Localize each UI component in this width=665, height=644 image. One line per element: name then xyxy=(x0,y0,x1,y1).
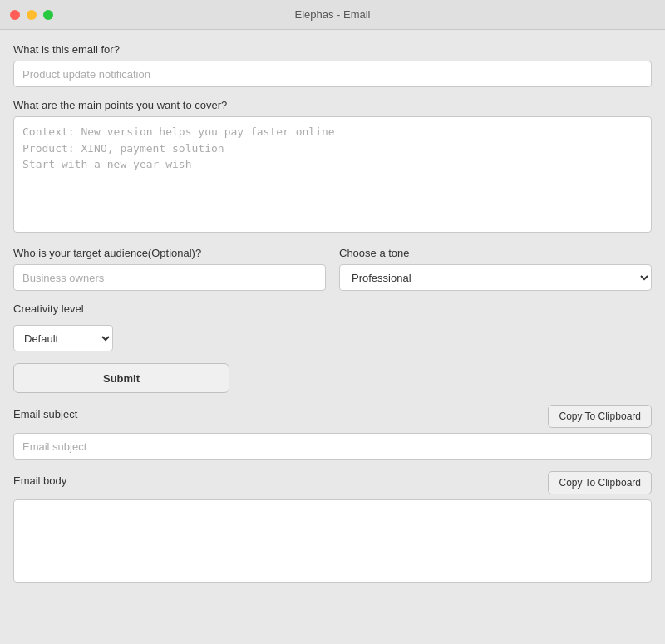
email-purpose-label: What is this email for? xyxy=(13,43,652,56)
creativity-label: Creativity level xyxy=(13,302,652,315)
main-points-label: What are the main points you want to cov… xyxy=(13,99,652,111)
email-purpose-input[interactable] xyxy=(13,61,652,87)
tone-field: Choose a tone Professional Casual Formal… xyxy=(339,247,652,291)
tone-label: Choose a tone xyxy=(339,247,652,259)
email-subject-input[interactable] xyxy=(13,433,652,460)
target-audience-field: Who is your target audience(Optional)? xyxy=(13,247,326,291)
copy-body-button[interactable]: Copy To Clipboard xyxy=(548,471,652,494)
email-subject-label: Email subject xyxy=(13,408,77,420)
submit-label: Submit xyxy=(103,372,140,385)
submit-button[interactable]: Submit xyxy=(13,363,229,393)
main-points-field: What are the main points you want to cov… xyxy=(13,99,652,235)
window-controls[interactable] xyxy=(10,10,53,20)
email-purpose-field: What is this email for? xyxy=(13,43,652,87)
creativity-field: Creativity level Default Low Medium High xyxy=(13,302,652,351)
email-body-input[interactable] xyxy=(13,499,652,583)
copy-subject-button[interactable]: Copy To Clipboard xyxy=(548,405,652,428)
email-subject-header: Email subject Copy To Clipboard xyxy=(13,405,652,428)
target-audience-input[interactable] xyxy=(13,264,326,291)
title-bar: Elephas - Email xyxy=(0,0,665,30)
maximize-button[interactable] xyxy=(43,10,53,20)
minimize-button[interactable] xyxy=(27,10,37,20)
creativity-select[interactable]: Default Low Medium High xyxy=(13,325,113,351)
audience-tone-row: Who is your target audience(Optional)? C… xyxy=(13,247,652,291)
main-points-input[interactable] xyxy=(13,116,652,233)
copy-body-label: Copy To Clipboard xyxy=(559,477,641,489)
copy-subject-label: Copy To Clipboard xyxy=(559,410,641,422)
target-audience-label: Who is your target audience(Optional)? xyxy=(13,247,326,259)
email-body-section: Email body Copy To Clipboard xyxy=(13,471,652,583)
tone-select[interactable]: Professional Casual Formal Friendly xyxy=(339,264,652,291)
window-title: Elephas - Email xyxy=(294,8,370,21)
email-body-label: Email body xyxy=(13,474,66,487)
close-button[interactable] xyxy=(10,10,20,20)
email-subject-section: Email subject Copy To Clipboard xyxy=(13,405,652,460)
main-content: What is this email for? What are the mai… xyxy=(0,30,665,596)
email-body-header: Email body Copy To Clipboard xyxy=(13,471,652,494)
